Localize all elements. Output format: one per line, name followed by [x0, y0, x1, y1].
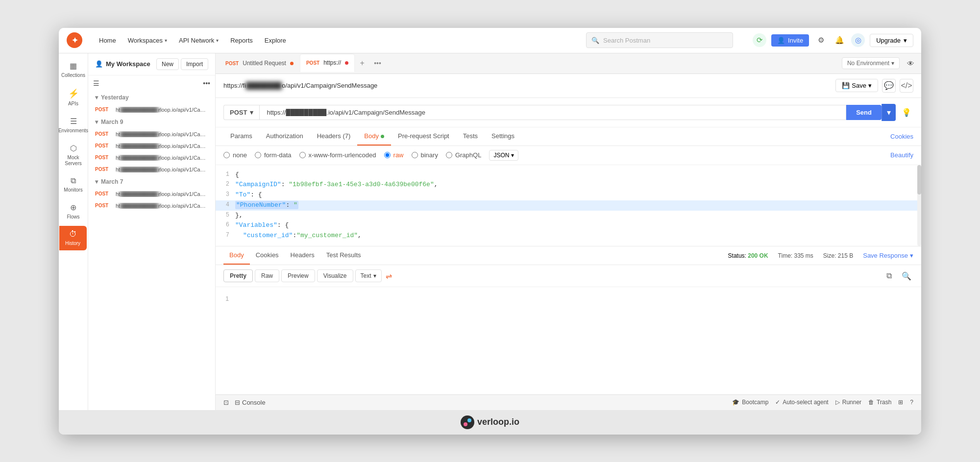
help-btn[interactable]: ? [910, 399, 913, 406]
req-tab-headers[interactable]: Headers (7) [310, 127, 358, 146]
radio-raw[interactable]: raw [384, 151, 404, 159]
history-item[interactable]: POST ht██████████rloop.io/api/v1/Camp... [88, 152, 215, 164]
sidebar-item-monitors[interactable]: ⧉ Monitors [62, 172, 85, 197]
response-meta: Status: 200 OK Time: 335 ms Size: 215 B … [728, 252, 913, 259]
notifications-icon-btn[interactable]: 🔔 [833, 33, 846, 47]
nav-explore[interactable]: Explore [260, 34, 291, 47]
req-tab-pre-request[interactable]: Pre-request Script [391, 127, 456, 146]
send-button[interactable]: Send [846, 105, 882, 120]
comment-icon-btn[interactable]: 💬 [882, 79, 896, 93]
toggle-sidebar-btn[interactable]: ⊡ [223, 399, 229, 406]
search-response-btn[interactable]: 🔍 [900, 269, 913, 283]
history-item[interactable]: POST ht██████████rloop.io/api/v1/Camp... [88, 104, 215, 116]
req-tab-tests[interactable]: Tests [456, 127, 485, 146]
nav-api-network[interactable]: API Network▾ [174, 34, 223, 47]
radio-binary-input[interactable] [412, 152, 418, 158]
code-editor[interactable]: 1 { 2 "CampaignID": "1b98efbf-3ae1-45e3-… [216, 165, 921, 246]
resp-tab-headers[interactable]: Headers [285, 246, 320, 265]
radio-none-input[interactable] [223, 152, 230, 158]
wrap-icon[interactable]: ⇌ [386, 271, 392, 281]
preview-view-btn[interactable]: Preview [281, 269, 315, 282]
search-bar[interactable]: 🔍 Search Postman [586, 32, 733, 48]
req-tab-params[interactable]: Params [223, 127, 259, 146]
raw-view-btn[interactable]: Raw [255, 269, 279, 282]
runner-btn[interactable]: ▷ Runner [835, 399, 861, 406]
send-dropdown[interactable]: ▾ [882, 104, 896, 121]
copy-response-btn[interactable]: ⧉ [882, 269, 896, 283]
new-button[interactable]: New [156, 58, 179, 70]
history-item[interactable]: POST ht██████████rloop.io/api/v1/Camp... [88, 200, 215, 212]
date-group-march7: ▾ March 7 POST ht██████████rloop.io/api/… [88, 175, 215, 212]
save-button[interactable]: 💾 Save ▾ [835, 79, 878, 92]
radio-urlencoded[interactable]: x-www-form-urlencoded [299, 151, 376, 159]
radio-urlencoded-input[interactable] [299, 152, 306, 158]
invite-button[interactable]: 👤 Invite [771, 34, 809, 47]
json-format-selector[interactable]: JSON ▾ [489, 150, 518, 161]
history-item[interactable]: POST ht██████████rloop.io/api/v1/Camp... [88, 164, 215, 175]
date-header-march7[interactable]: ▾ March 7 [88, 175, 215, 188]
history-item[interactable]: POST ht██████████rloop.io/api/v1/Camp... [88, 128, 215, 140]
resp-tab-body[interactable]: Body [223, 246, 250, 265]
radio-form-data[interactable]: form-data [255, 151, 292, 159]
environment-selector[interactable]: No Environment ▾ [842, 57, 900, 69]
sidebar-item-apis[interactable]: ⚡ APIs [62, 84, 85, 111]
trash-btn[interactable]: 🗑 Trash [868, 399, 891, 406]
method-badge: POST [95, 107, 112, 112]
sidebar-item-mock-servers[interactable]: ⬡ Mock Servers [62, 140, 85, 170]
add-tab-button[interactable]: + [355, 56, 369, 70]
req-tab-body[interactable]: Body [357, 127, 391, 146]
sidebar-item-collections[interactable]: ▦ Collections [62, 57, 85, 82]
editor-scrollbar[interactable] [917, 165, 921, 246]
req-tab-settings[interactable]: Settings [485, 127, 521, 146]
upgrade-button[interactable]: Upgrade ▾ [870, 34, 913, 47]
sync-icon-btn[interactable]: ⟳ [753, 33, 766, 47]
beautify-button[interactable]: Beautify [890, 151, 913, 159]
sidebar-item-environments[interactable]: ☰ Environments [62, 113, 85, 138]
settings-icon-btn[interactable]: ⚙ [814, 33, 828, 47]
auto-select-agent-btn[interactable]: ✓ Auto-select agent [775, 399, 828, 406]
radio-binary[interactable]: binary [412, 151, 438, 159]
save-response-button[interactable]: Save Response ▾ [863, 252, 913, 259]
tab-sendmessage[interactable]: POST https:// [300, 54, 354, 72]
more-tabs-button[interactable]: ••• [370, 57, 385, 69]
visualize-view-btn[interactable]: Visualize [317, 269, 353, 282]
app-window: ✦ Home Workspaces▾ API Network▾ Reports … [59, 28, 921, 435]
editor-scrollbar-thumb[interactable] [917, 165, 921, 195]
date-header-march9[interactable]: ▾ March 9 [88, 116, 215, 128]
nav-reports[interactable]: Reports [225, 34, 258, 47]
eye-icon-btn[interactable]: 👁 [904, 56, 917, 70]
nav-home[interactable]: Home [94, 34, 121, 47]
radio-none[interactable]: none [223, 151, 247, 159]
console-btn[interactable]: ⊟ Console [235, 399, 266, 406]
radio-form-data-input[interactable] [255, 152, 261, 158]
expand-btn[interactable]: ⊞ [898, 399, 903, 406]
workspaces-chevron: ▾ [165, 38, 167, 43]
bootcamp-btn[interactable]: 🎓 Bootcamp [732, 399, 768, 406]
req-tab-auth[interactable]: Authorization [259, 127, 310, 146]
pretty-view-btn[interactable]: Pretty [223, 269, 253, 282]
tab-untitled[interactable]: POST Untitled Request [220, 54, 299, 72]
resp-tab-cookies[interactable]: Cookies [250, 246, 285, 265]
radio-raw-input[interactable] [384, 152, 391, 158]
method-badge: POST [95, 143, 112, 148]
cookies-link[interactable]: Cookies [890, 133, 913, 140]
more-options-icon[interactable]: ••• [203, 79, 210, 87]
user-avatar-btn[interactable]: ◎ [851, 33, 865, 47]
date-header-yesterday[interactable]: ▾ Yesterday [88, 91, 215, 104]
history-item[interactable]: POST ht██████████rloop.io/api/v1/Camp... [88, 188, 215, 200]
text-format-dropdown[interactable]: Text ▾ [355, 269, 382, 282]
url-input[interactable] [259, 105, 846, 120]
sidebar-item-flows[interactable]: ⊕ Flows [62, 199, 85, 224]
resp-tab-test-results[interactable]: Test Results [320, 246, 367, 265]
method-select[interactable]: POST ▾ [223, 105, 259, 120]
sidebar-item-history[interactable]: ⏱ History [59, 226, 87, 250]
import-button[interactable]: Import [181, 58, 208, 70]
body-options: none form-data x-www-form-urlencoded raw… [216, 146, 921, 165]
code-snippet-btn[interactable]: </> [900, 79, 913, 93]
info-icon-btn[interactable]: 💡 [900, 104, 913, 121]
radio-graphql[interactable]: GraphQL [446, 151, 481, 159]
history-item[interactable]: POST ht██████████rloop.io/api/v1/Camp... [88, 140, 215, 152]
filter-icon[interactable]: ☰ [93, 79, 99, 87]
radio-graphql-input[interactable] [446, 152, 452, 158]
nav-workspaces[interactable]: Workspaces▾ [123, 34, 172, 47]
